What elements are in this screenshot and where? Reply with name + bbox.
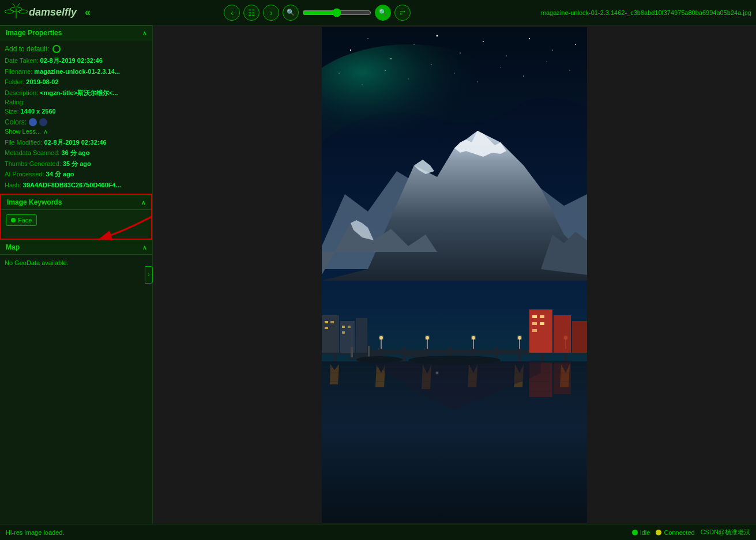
add-default-toggle[interactable] — [52, 45, 61, 53]
size-value: 1440 x 2560 — [21, 108, 56, 115]
collapse-icon: › — [148, 271, 149, 278]
svg-rect-61 — [325, 327, 328, 329]
rating-row: Rating: — [5, 98, 148, 106]
svg-rect-48 — [427, 338, 428, 349]
connected-label: Connected — [664, 529, 694, 536]
image-area — [153, 25, 756, 524]
file-modified-value: 02-8月-2019 02:32:46 — [44, 139, 106, 146]
svg-point-13 — [413, 44, 415, 45]
metadata-scanned-value: 36 分 ago — [61, 149, 89, 156]
collapse-keywords-icon: ∧ — [141, 199, 145, 206]
user-text: CSDN@杨淮老汉 — [701, 528, 750, 537]
svg-rect-68 — [532, 315, 537, 318]
image-container — [153, 25, 756, 524]
svg-point-2 — [18, 10, 28, 13]
filename-display: magazine-unlock-01-2.3.1462-_c3b8abd10f3… — [541, 9, 751, 16]
svg-point-51 — [472, 336, 475, 339]
main-content: Image Properties ∧ Add to default: Date … — [0, 25, 756, 524]
svg-rect-46 — [381, 338, 382, 349]
keywords-body: Face — [1, 210, 151, 239]
svg-rect-73 — [351, 347, 353, 357]
svg-point-26 — [454, 73, 454, 73]
add-default-label: Add to default: — [5, 45, 49, 53]
map-header[interactable]: Map ∧ — [0, 240, 152, 255]
svg-rect-71 — [540, 322, 544, 325]
svg-line-6 — [17, 3, 20, 6]
svg-point-88 — [436, 372, 438, 374]
svg-rect-58 — [356, 318, 367, 353]
color-swatch-2 — [39, 118, 47, 126]
sidebar-collapse-button[interactable]: › — [145, 266, 153, 284]
chevron-right-icon: › — [270, 8, 273, 17]
sidebar-wrapper: Image Properties ∧ Add to default: Date … — [0, 25, 153, 524]
svg-point-10 — [350, 49, 351, 50]
svg-rect-64 — [342, 331, 345, 334]
logo-icon — [5, 2, 28, 23]
svg-rect-74 — [368, 346, 370, 357]
svg-point-24 — [408, 78, 408, 79]
top-left: damselfly « — [5, 2, 94, 23]
svg-point-15 — [460, 52, 461, 54]
prev-image-button[interactable]: ‹ — [224, 5, 240, 21]
main-image — [322, 27, 587, 523]
show-less-icon: ∧ — [43, 128, 48, 135]
svg-point-29 — [523, 75, 524, 77]
ai-processed-value: 34 分 ago — [46, 171, 74, 178]
zoom-in-icon: 🔍 — [379, 9, 387, 16]
folder-row: Folder: 2019-08-02 — [5, 77, 148, 88]
folder-value: 2019-08-02 — [26, 78, 58, 85]
svg-line-5 — [13, 3, 15, 6]
add-to-default-row: Add to default: — [5, 44, 148, 55]
date-taken-row: Date Taken: 02-8月-2019 02:32:46 — [5, 55, 148, 66]
map-label: Map — [6, 243, 20, 251]
sidebar: Image Properties ∧ Add to default: Date … — [0, 25, 153, 524]
svg-point-31 — [569, 70, 570, 71]
thumbs-generated-value: 35 分 ago — [63, 160, 91, 167]
svg-point-1 — [5, 10, 14, 13]
svg-rect-66 — [554, 315, 571, 353]
zoom-slider[interactable] — [302, 8, 371, 17]
status-text: Hi-res image loaded. — [6, 529, 65, 536]
metadata-scanned-label: Metadata Scanned: — [5, 149, 59, 156]
grid-view-button[interactable]: ☷ — [243, 5, 259, 21]
status-bar: Hi-res image loaded. Idle Connected CSDN… — [0, 524, 756, 540]
svg-point-89 — [408, 356, 501, 365]
metadata-scanned-row: Metadata Scanned: 36 分 ago — [5, 148, 148, 158]
idle-dot — [632, 530, 638, 535]
svg-point-16 — [483, 41, 484, 42]
svg-rect-60 — [330, 321, 334, 323]
zoom-out-button[interactable]: 🔍 — [283, 5, 299, 21]
fit-screen-button[interactable]: ⥂ — [394, 5, 411, 21]
keyword-face-tag[interactable]: Face — [6, 214, 37, 226]
hash-row: Hash: 39A4ADF8DB83C26750D460F4... — [5, 180, 148, 191]
svg-point-49 — [426, 336, 429, 339]
connected-indicator: Connected — [656, 529, 694, 536]
colors-label: Colors: — [5, 118, 27, 126]
colors-row: Colors: — [5, 118, 148, 126]
size-label: Size: — [5, 108, 18, 115]
svg-rect-62 — [342, 326, 345, 328]
next-image-button[interactable]: › — [263, 5, 279, 21]
svg-point-20 — [575, 44, 576, 45]
svg-point-17 — [506, 55, 507, 56]
filename-label: Filename: — [5, 68, 32, 75]
thumbs-generated-label: Thumbs Generated: — [5, 160, 61, 167]
svg-point-23 — [385, 70, 386, 71]
thumbs-generated-row: Thumbs Generated: 35 分 ago — [5, 158, 148, 169]
date-taken-label: Date Taken: — [5, 57, 39, 64]
svg-rect-72 — [532, 329, 537, 332]
keyword-face-label: Face — [18, 217, 32, 224]
user-indicator: CSDN@杨淮老汉 — [701, 528, 750, 537]
show-less-button[interactable]: Show Less... ∧ — [5, 126, 148, 137]
description-label: Description: — [5, 89, 38, 96]
svg-point-25 — [431, 64, 432, 65]
zoom-in-button[interactable]: 🔍 — [375, 5, 391, 21]
svg-rect-52 — [519, 338, 520, 349]
image-filename: magazine-unlock-01-2.3.1462-_c3b8abd10f3… — [541, 9, 751, 16]
description-row: Description: <mgzn-title>斯沃尔维尔<... — [5, 88, 148, 99]
logo-text: damselfly — [29, 6, 77, 18]
image-properties-header[interactable]: Image Properties ∧ — [0, 25, 152, 40]
image-keywords-header[interactable]: Image Keywords ∧ — [1, 195, 151, 210]
map-body: No GeoData available. — [0, 255, 152, 271]
nav-back-button[interactable]: « — [81, 5, 94, 20]
